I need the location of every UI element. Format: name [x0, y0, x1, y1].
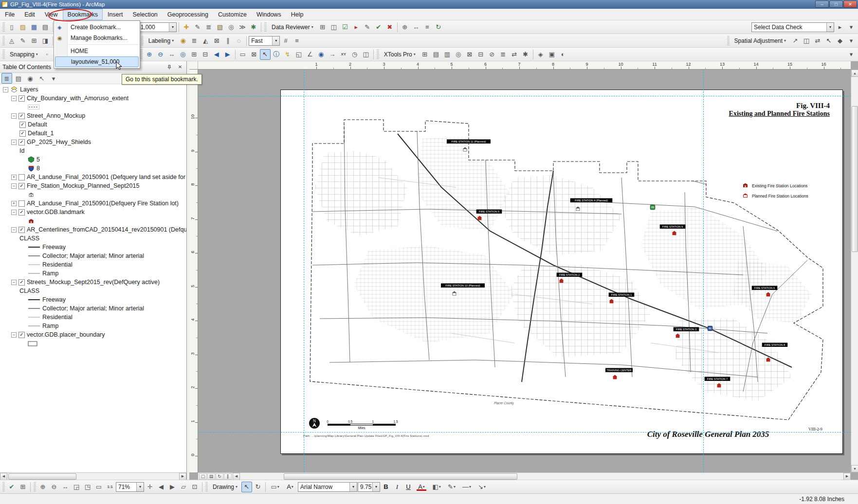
attribute-transfer-button[interactable]: ⇄: [812, 36, 823, 46]
layout-zoom-out-button[interactable]: ⊖: [49, 482, 59, 492]
toc-item-gp-2025-hwy-shields[interactable]: −✓GP_2025_Hwy_Shields: [0, 138, 186, 146]
toolbar-grip[interactable]: [2, 482, 5, 492]
collapse-icon[interactable]: −: [11, 96, 17, 101]
label-summary-button[interactable]: ≡: [292, 36, 302, 46]
toc-item-street-anno-mockup[interactable]: −✓Street_Anno_Mockup: [0, 111, 186, 120]
pause-drawing-button[interactable]: ∥: [224, 473, 232, 480]
layout-guide-horizontal-bottom[interactable]: [198, 432, 851, 432]
label-manager-button[interactable]: ◉: [178, 36, 188, 46]
data-check-options-button[interactable]: ▾: [846, 22, 857, 33]
toc-item-layers[interactable]: −Layers: [0, 85, 186, 94]
layout-zoom-in-button[interactable]: ⊕: [37, 482, 48, 492]
toolbar-grip[interactable]: [264, 22, 267, 32]
layer-visibility-checkbox[interactable]: ✓: [18, 139, 25, 145]
menu-help[interactable]: Help: [286, 9, 309, 20]
menu-selection[interactable]: Selection: [128, 9, 162, 20]
editor-toggle-button[interactable]: ✎: [192, 22, 203, 33]
measure-button[interactable]: ∠: [305, 49, 315, 60]
menu-bookmarks[interactable]: Bookmarks: [63, 9, 103, 20]
save-button[interactable]: ▦: [29, 22, 39, 33]
expand-icon[interactable]: +: [11, 201, 17, 206]
label-engine-combo[interactable]: Fast▾: [249, 36, 280, 46]
toc-item-vector-gdb-landmark[interactable]: −✓vector.GDB.landmark: [0, 208, 186, 216]
layer-visibility-checkbox[interactable]: ✓: [18, 113, 25, 119]
adjustment-dropdown-button[interactable]: ▾: [846, 36, 857, 46]
bookmarks-menu-item-manage-bookmarks[interactable]: ◉Manage Bookmarks...: [54, 33, 140, 43]
close-icon[interactable]: ✕: [176, 63, 184, 71]
python-window-button[interactable]: ≫: [237, 22, 248, 33]
find-route-button[interactable]: →: [327, 49, 338, 60]
menu-view[interactable]: View: [40, 9, 63, 20]
toc-item-ar-centerlines-fromcad-20150414-rev20150[interactable]: −✓AR_Centerlines_fromCAD_20150414_rev201…: [0, 225, 186, 234]
title-bar[interactable]: GP_Fig_VIII-4(Fire Stations) - ArcMap –□…: [0, 0, 858, 9]
select-data-check-combo[interactable]: Select Data Check▾: [751, 22, 834, 32]
clear-check-button[interactable]: ✖: [384, 22, 395, 33]
zoom-to-result-button[interactable]: ⊕: [400, 22, 410, 33]
drawing-menu-button[interactable]: Drawing▾: [209, 482, 241, 492]
find-button[interactable]: ◉: [316, 49, 327, 60]
toc-item-vector-gdb-placer-boundary[interactable]: −✓vector.GDB.placer_boundary: [0, 330, 186, 339]
scroll-right-icon[interactable]: ▶: [179, 473, 186, 480]
forward-extent-button[interactable]: ▶: [222, 49, 233, 60]
add-data-button[interactable]: ✚: [181, 22, 192, 33]
map-scale-dropdown-icon[interactable]: ▾: [169, 23, 176, 32]
layout-pan-button[interactable]: ↔: [60, 482, 71, 492]
xtools-statistics-button[interactable]: ≣: [498, 49, 509, 60]
map-horizontal-scrollbar[interactable]: ▢ ▤ ↻ ∥ ◀ ▶: [198, 472, 851, 480]
toolbar-grip[interactable]: [34, 482, 36, 492]
map-vertical-scrollbar[interactable]: ▲ ▼: [851, 70, 858, 472]
refresh-view-button[interactable]: ↻: [433, 22, 444, 33]
toolbar-grip[interactable]: [2, 22, 5, 32]
labeling-menu-button[interactable]: Labeling▾: [145, 36, 177, 46]
toc-options-button[interactable]: ▾: [48, 73, 59, 84]
xtools-clip-button[interactable]: ⊠: [464, 49, 475, 60]
layout-zoom-percent-combo[interactable]: 71%▾: [116, 482, 144, 492]
select-elements-button[interactable]: ↖: [260, 49, 271, 60]
bookmarks-menu-item-create-bookmark[interactable]: ◈Create Bookmark...: [54, 22, 140, 33]
zoom-out-button[interactable]: ⊖: [155, 49, 166, 60]
new-displacement-link-button[interactable]: ↗: [790, 36, 801, 46]
layout-zoom-percent-dropdown-icon[interactable]: ▾: [136, 483, 144, 491]
xtools-export-button[interactable]: ▤: [431, 49, 441, 60]
sketch-properties-button[interactable]: ◨: [40, 36, 51, 46]
go-to-xy-button[interactable]: XY: [338, 49, 349, 60]
layer-visibility-checkbox[interactable]: ✓: [18, 95, 25, 102]
collapse-icon[interactable]: −: [11, 140, 17, 145]
lock-labels-button[interactable]: ⊠: [211, 36, 222, 46]
reviewer-layers-button[interactable]: ≡: [422, 22, 433, 33]
layer-visibility-checkbox[interactable]: ✓: [19, 130, 26, 137]
extra-tool-1-button[interactable]: ◈: [535, 49, 546, 60]
layer-visibility-checkbox[interactable]: ✓: [19, 122, 26, 128]
xtools-table-button[interactable]: ⊞: [420, 49, 430, 60]
layer-visibility-checkbox[interactable]: ✓: [18, 279, 25, 286]
page-back-button[interactable]: ◀: [156, 482, 166, 492]
flag-error-button[interactable]: ▸: [351, 22, 362, 33]
toc-item-freeway[interactable]: Freeway: [0, 243, 186, 252]
adjustment-arrow-button[interactable]: ↖: [823, 36, 834, 46]
pan-to-result-button[interactable]: ↔: [411, 22, 421, 33]
toc-symbol-row[interactable]: [0, 216, 186, 225]
toc-item-id[interactable]: Id: [0, 146, 186, 155]
toggle-draft-mode-button[interactable]: ▱: [178, 482, 189, 492]
list-by-visibility-button[interactable]: ◉: [25, 73, 36, 84]
point-snapping-button[interactable]: ◦: [42, 49, 53, 60]
list-by-drawing-order-button[interactable]: ≣: [1, 73, 12, 84]
time-slider-button[interactable]: ◷: [349, 49, 360, 60]
identify-button[interactable]: ⓘ: [271, 49, 282, 60]
toc-item-residential[interactable]: Residential: [0, 313, 186, 322]
collapse-icon[interactable]: −: [11, 210, 17, 215]
print-button[interactable]: ▤: [40, 22, 51, 33]
collapse-icon[interactable]: −: [3, 87, 8, 92]
select-data-check-dropdown-icon[interactable]: ▾: [826, 23, 834, 32]
reviewer-notepad-button[interactable]: ✎: [362, 22, 373, 33]
line-style-button[interactable]: —▾: [459, 482, 474, 492]
bold-button[interactable]: B: [381, 482, 391, 492]
map-vscroll-track[interactable]: [851, 77, 858, 465]
toc-item-ar-landuse-final-20150901-defquery-fire-[interactable]: +AR_Landuse_Final_20150901(Defquery Fire…: [0, 199, 186, 208]
select-elements-draw-button[interactable]: ↖: [241, 482, 252, 492]
list-by-selection-button[interactable]: ↖: [37, 73, 47, 84]
layout-fixed-zoom-out-button[interactable]: ◳: [82, 482, 93, 492]
select-features-button[interactable]: ▭: [237, 49, 248, 60]
layer-visibility-checkbox[interactable]: ✓: [18, 183, 25, 189]
layer-visibility-checkbox[interactable]: [18, 174, 25, 180]
